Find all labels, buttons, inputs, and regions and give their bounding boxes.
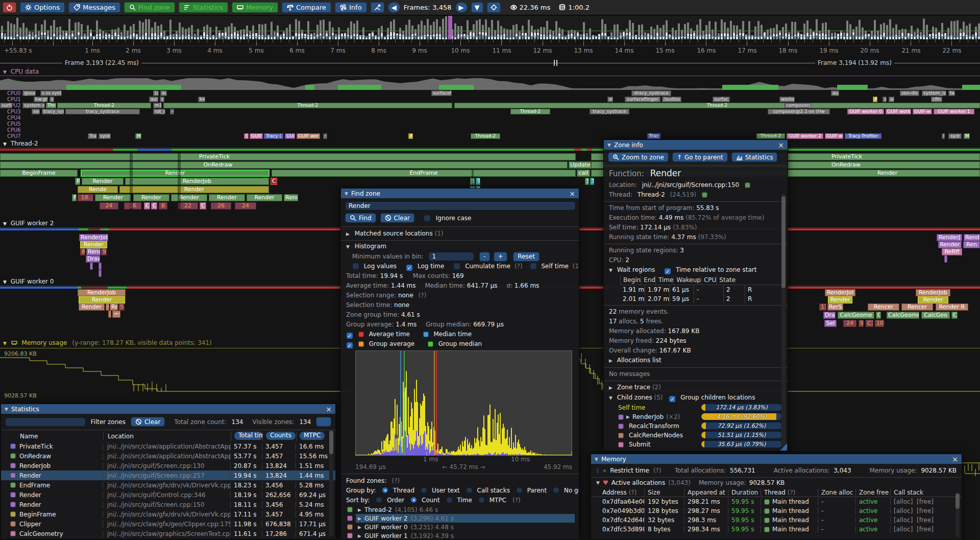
timeline-zone[interactable]: tracy_systrace	[590, 109, 629, 114]
timeline-zone[interactable]: A	[408, 133, 413, 139]
collapse-icon[interactable]: ▼	[596, 480, 600, 485]
expand-icon[interactable]: ▶	[626, 414, 630, 419]
timeline-zone[interactable]: s	[50, 97, 54, 102]
expand-icon[interactable]: ▶	[358, 533, 361, 538]
timeline-zone[interactable]: tracy_systrace	[65, 109, 140, 114]
col-address[interactable]: Address	[602, 489, 627, 496]
timeline-zone[interactable]: Update	[569, 161, 591, 169]
histogram-option[interactable]: Cumulate time (?)	[453, 262, 522, 271]
timeline-zone[interactable]: GUIF worker 2	[787, 133, 823, 139]
timeline-zone[interactable]: aur	[831, 90, 839, 96]
timeline-zone[interactable]: T	[590, 178, 594, 185]
close-icon[interactable]: ×	[569, 190, 575, 197]
timeline-zone[interactable]: ReRff	[942, 248, 962, 255]
timeline-zone[interactable]: Thread-2	[57, 103, 151, 108]
timeline-zone[interactable]: m1a	[153, 103, 162, 108]
stats-row[interactable]: Render jni/../jni/src/guif/Screen.cpp:15…	[1, 500, 335, 509]
compare-button[interactable]: Compare	[282, 2, 331, 13]
timeline-zone[interactable]: Render	[81, 170, 270, 177]
timeline-zone[interactable]: au	[160, 90, 167, 96]
clipped-button[interactable]	[316, 417, 331, 427]
timeline-zone[interactable]: Rencer	[868, 303, 899, 311]
histogram-option[interactable]: Log values	[352, 262, 399, 271]
timeline-zone[interactable]: Thread-2	[454, 103, 980, 108]
timeline-zone[interactable]: Render R	[936, 303, 968, 311]
timeline-zone[interactable]: sysk	[99, 133, 111, 139]
found-zone-group-row[interactable]: ▶ GUIF worker 0 (3,231) 4.48 s	[341, 523, 579, 531]
timeline-zone[interactable]: kw.gm	[34, 97, 48, 102]
timeline-zone[interactable]: Rencer	[901, 303, 933, 311]
collapse-icon[interactable]: ▼	[3, 341, 7, 346]
timeline-zone[interactable]: Ren	[963, 241, 980, 248]
timeline-zone[interactable]: Tracy Profiler	[845, 133, 881, 139]
alloc-call-stack[interactable]: [alloc] [free]	[890, 526, 951, 533]
filter-zones-input[interactable]	[5, 417, 86, 427]
wait-col-header[interactable]: Begin	[620, 275, 641, 285]
timeline-zone[interactable]: et	[607, 97, 613, 102]
allocation-row[interactable]: 0x7dfc42d640 32 bytes 298.3 ms 59.95 s M…	[591, 515, 962, 525]
timeline-zone[interactable]: Dra	[823, 312, 836, 319]
histogram-label[interactable]: Histogram	[355, 243, 386, 250]
wait-col-header[interactable]: CPU	[701, 275, 716, 285]
tools-button[interactable]	[371, 2, 384, 13]
timeline-zone[interactable]: 16	[124, 202, 141, 209]
next-frame-button[interactable]: ▶	[455, 2, 468, 13]
wait-region-row[interactable]: 1.91 ms1.97 ms 61 µs- 2R	[620, 285, 782, 294]
timeline-zone[interactable]: C	[876, 312, 881, 319]
timeline-zone[interactable]: system_is	[922, 90, 946, 96]
group-by-option[interactable]: Thread	[382, 486, 414, 496]
timeline-zone[interactable]: @surf	[22, 90, 36, 96]
col-zone-alloc[interactable]: Zone alloc	[818, 489, 855, 496]
zone-thread[interactable]: Thread-2	[638, 191, 665, 198]
timeline-zone[interactable]: CalcGeome	[838, 312, 874, 319]
collapse-icon[interactable]: ▼	[609, 395, 612, 401]
child-zones-label[interactable]: Child zones	[617, 394, 652, 401]
timeline-zone[interactable]: cfin	[931, 97, 942, 102]
option-checkbox[interactable]	[352, 263, 359, 270]
collapse-icon[interactable]: ▼	[346, 244, 350, 249]
collapse-icon[interactable]: ▼	[609, 268, 612, 273]
zone-info-titlebar[interactable]: ▼ Zone info ×	[604, 140, 788, 150]
reset-button[interactable]: Reset	[513, 252, 540, 262]
timeline-zone[interactable]: Render F	[284, 194, 298, 201]
timeline-zone[interactable]: (a	[153, 90, 159, 96]
timeline-zone[interactable]: 8	[159, 202, 167, 209]
find-zone-button[interactable]: Find zone	[124, 2, 175, 13]
col-zone-free[interactable]: Zone free	[855, 489, 890, 496]
timeline-zone[interactable]: M	[135, 133, 141, 139]
timeline-zone[interactable]: GUIF w	[825, 133, 843, 139]
timeline-zone[interactable]: GUIF-w	[913, 109, 932, 114]
collapse-icon[interactable]: ▼	[3, 221, 7, 226]
col-thread[interactable]: Thread	[764, 489, 786, 496]
expand-icon[interactable]: ▶	[358, 525, 361, 530]
timeline-zone[interactable]: Draw	[86, 255, 100, 263]
option-checkbox[interactable]	[530, 263, 537, 270]
timeline-zone[interactable]: composer@2.1-se (Hw	[768, 109, 830, 114]
timeline-zone[interactable]: ~	[170, 109, 174, 114]
collapse-icon[interactable]: ▼	[5, 407, 8, 412]
timeline-zone[interactable]: 26	[211, 202, 231, 209]
timeline-zone[interactable]: Render	[79, 303, 105, 311]
timeline-zone[interactable]: BeginFrame	[0, 170, 78, 177]
timeline-zone[interactable]: RenderJob	[79, 234, 108, 241]
timeline-zone[interactable]: tracy_sysn	[42, 109, 64, 114]
col-call-stack[interactable]: Call stack	[890, 489, 951, 496]
frame-label-row[interactable]: Frame 3,193 (22.45 ms) Frame 3,194 (13.9…	[0, 59, 980, 67]
timeline-zone[interactable]: /audios	[662, 97, 681, 102]
find-zone-titlebar[interactable]: ▼ Find zone ×	[341, 189, 579, 198]
timeline-zone[interactable]: CalcGeo	[921, 312, 950, 319]
timeline-zone[interactable]: Rend	[86, 248, 101, 255]
stats-row[interactable]: OnRedraw jni/../jni/src/claw/application…	[1, 451, 335, 461]
timeline-zone[interactable]	[108, 311, 111, 318]
timeline-zone[interactable]: 10	[875, 320, 884, 327]
timeline-zone[interactable]: Trac	[647, 133, 660, 139]
time-ruler[interactable]: +55.83 s1 ms2 ms3 ms4 ms5 ms6 ms7 ms8 ms…	[0, 39, 980, 59]
timeline-zone[interactable]: Render	[119, 186, 269, 193]
resize-grip[interactable]	[780, 443, 787, 451]
timeline-zone[interactable]: R	[75, 178, 80, 185]
group-children-checkbox[interactable]	[669, 395, 676, 403]
found-zone-group-row[interactable]: ▶ GUIF worker 1 (3,192) 4.39 s	[341, 531, 579, 540]
timeline-zone[interactable]: EndFrame	[272, 170, 576, 177]
timeline-zone[interactable]: Tracy (	[264, 133, 283, 139]
power-button[interactable]	[3, 2, 16, 13]
